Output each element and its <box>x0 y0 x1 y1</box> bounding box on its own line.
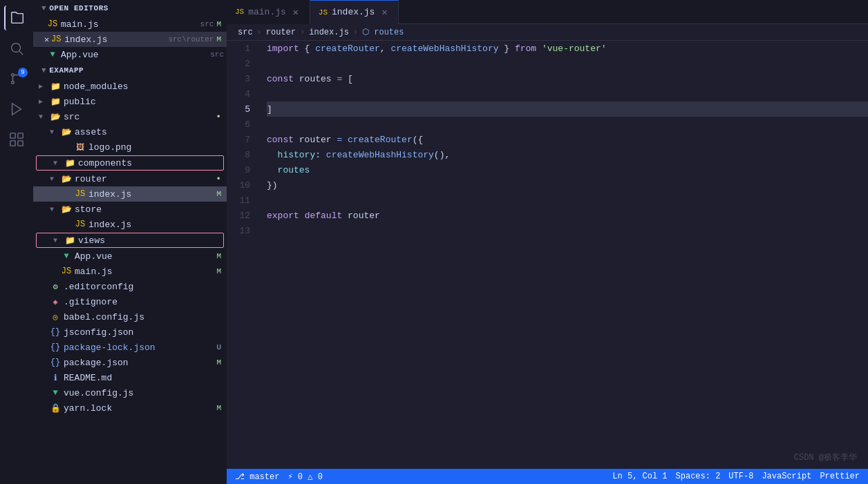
close-tab-icon[interactable]: ✕ <box>44 35 49 45</box>
git-branch[interactable]: ⎇ master <box>235 472 279 482</box>
file-package-json[interactable]: {} package.json M <box>33 355 227 370</box>
language-mode[interactable]: JavaScript <box>762 472 811 481</box>
png-file-icon: 🖼 <box>75 142 86 153</box>
open-editor-index-js[interactable]: ✕ JS index.js src\router M <box>33 32 227 47</box>
file-vue-config[interactable]: ▼ vue.config.js <box>33 385 227 400</box>
folder-open-icon: 📂 <box>61 204 72 215</box>
babel-file-icon: ◎ <box>50 311 61 322</box>
file-babel-config[interactable]: ◎ babel.config.js <box>33 309 227 325</box>
js-file-icon: JS <box>75 188 86 200</box>
formatter[interactable]: Prettier <box>820 472 860 481</box>
source-control-icon[interactable]: 9 <box>4 66 29 91</box>
run-icon[interactable] <box>4 97 29 122</box>
spaces[interactable]: Spaces: 2 <box>676 472 721 481</box>
breadcrumb: src › router › index.js › ⬡ routes <box>227 24 868 41</box>
folder-assets[interactable]: ▼ 📂 assets <box>33 124 227 139</box>
folder-src[interactable]: ▼ 📂 src • <box>33 109 227 124</box>
folder-icon: 📁 <box>50 96 61 107</box>
code-line-12: export default router <box>267 208 868 223</box>
json-file-icon: {} <box>50 357 61 368</box>
folder-views[interactable]: ▼ 📁 views <box>36 233 224 248</box>
file-app-vue[interactable]: ▼ App.vue M <box>33 249 227 264</box>
files-icon[interactable] <box>4 6 29 30</box>
svg-point-2 <box>12 74 15 77</box>
code-line-9: routes <box>267 162 868 177</box>
extensions-icon[interactable] <box>4 127 29 152</box>
explorer-header[interactable]: ▼ EXAMAPP <box>33 62 227 79</box>
errors-warnings[interactable]: ⚡ 0 △ 0 <box>287 472 322 482</box>
file-gitignore[interactable]: ◈ .gitignore <box>33 294 227 309</box>
svg-line-1 <box>19 51 23 55</box>
cursor-position[interactable]: Ln 5, Col 1 <box>612 472 667 481</box>
folder-icon: 📁 <box>64 235 75 246</box>
code-line-13 <box>267 223 868 238</box>
editor-content[interactable]: 1 2 3 4 5 6 7 8 9 10 11 12 13 import { c… <box>227 41 868 469</box>
encoding[interactable]: UTF-8 <box>728 472 753 481</box>
code-editor[interactable]: import { createRouter, createWebHashHist… <box>261 41 868 469</box>
folder-store[interactable]: ▼ 📂 store <box>33 202 227 217</box>
svg-rect-8 <box>10 133 15 138</box>
line-numbers: 1 2 3 4 5 6 7 8 9 10 11 12 13 <box>227 41 261 469</box>
svg-point-0 <box>12 43 21 52</box>
js-file-icon: JS <box>75 219 86 230</box>
code-line-11 <box>267 193 868 208</box>
vue-file-icon: ▼ <box>50 387 61 398</box>
open-editor-app-vue[interactable]: ▼ App.vue src <box>33 47 227 62</box>
file-router-index-js[interactable]: JS index.js M <box>33 186 227 202</box>
open-editors-header[interactable]: ▼ OPEN EDITORS <box>33 0 227 17</box>
code-line-5: ] <box>267 101 868 117</box>
code-line-2 <box>267 56 868 71</box>
code-line-3: const routes = [ <box>267 71 868 86</box>
folder-open-icon: 📂 <box>61 126 72 137</box>
open-editor-main-js[interactable]: JS main.js src M <box>33 17 227 32</box>
vue-file-icon: ▼ <box>47 49 58 60</box>
folder-open-icon: 📂 <box>50 111 61 122</box>
file-yarn-lock[interactable]: 🔒 yarn.lock M <box>33 400 227 416</box>
info-file-icon: ℹ <box>50 372 61 383</box>
js-file-icon: JS <box>61 266 72 277</box>
file-logo-png[interactable]: 🖼 logo.png <box>33 139 227 155</box>
close-tab-index-icon[interactable]: ✕ <box>379 7 390 18</box>
file-main-js[interactable]: JS main.js M <box>33 264 227 279</box>
file-package-lock-json[interactable]: {} package-lock.json U <box>33 340 227 355</box>
activity-bar: 9 <box>0 0 33 484</box>
breadcrumb-symbol[interactable]: ⬡ routes <box>362 27 404 37</box>
lock-file-icon: 🔒 <box>50 403 61 414</box>
file-editorconfig[interactable]: ⚙ .editorconfig <box>33 279 227 294</box>
tab-main-js[interactable]: JS main.js ✕ <box>227 0 310 24</box>
vue-file-icon: ▼ <box>61 251 72 262</box>
folder-public[interactable]: ▶ 📁 public <box>33 94 227 109</box>
code-line-10: }) <box>267 177 868 193</box>
code-line-6 <box>267 117 868 132</box>
svg-marker-7 <box>12 104 21 115</box>
folder-components[interactable]: ▼ 📁 components <box>36 155 224 171</box>
folder-router[interactable]: ▼ 📂 router • <box>33 171 227 186</box>
svg-rect-10 <box>10 141 15 146</box>
status-bar: ⎇ master ⚡ 0 △ 0 Ln 5, Col 1 Spaces: 2 U… <box>227 469 868 484</box>
folder-node-modules[interactable]: ▶ 📁 node_modules <box>33 79 227 94</box>
search-icon[interactable] <box>4 36 29 61</box>
svg-point-4 <box>12 81 15 84</box>
file-jsconfig-json[interactable]: {} jsconfig.json <box>33 325 227 340</box>
close-tab-main-icon[interactable]: ✕ <box>290 6 301 17</box>
code-line-4 <box>267 86 868 101</box>
tab-index-js[interactable]: JS index.js ✕ <box>310 0 399 24</box>
svg-rect-11 <box>18 141 23 146</box>
svg-rect-9 <box>18 133 23 138</box>
code-line-8: history: createWebHashHistory(), <box>267 147 868 162</box>
js-file-icon: JS <box>50 34 62 45</box>
js-icon: JS <box>319 8 328 17</box>
main-editor-area: JS main.js ✕ JS index.js ✕ src › router … <box>227 0 868 484</box>
folder-icon: 📁 <box>64 157 75 168</box>
source-control-badge: 9 <box>18 68 28 77</box>
file-store-index-js[interactable]: JS index.js <box>33 217 227 232</box>
js-file-icon: JS <box>47 19 58 30</box>
explorer-tree: ▶ 📁 node_modules ▶ 📁 public ▼ 📂 src • ▼ … <box>33 79 227 416</box>
js-icon: JS <box>235 8 244 16</box>
file-readme-md[interactable]: ℹ README.md <box>33 370 227 385</box>
code-line-7: const router = createRouter({ <box>267 132 868 147</box>
status-right: Ln 5, Col 1 Spaces: 2 UTF-8 JavaScript P… <box>612 472 860 481</box>
folder-open-icon: 📂 <box>61 173 72 184</box>
json-file-icon: {} <box>50 342 61 353</box>
config-file-icon: ⚙ <box>50 281 61 292</box>
